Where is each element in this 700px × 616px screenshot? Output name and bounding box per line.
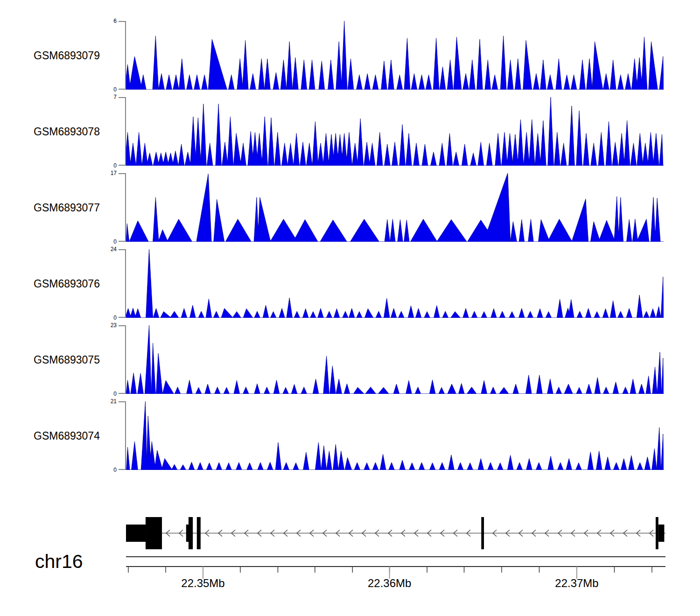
coverage-area <box>126 249 664 318</box>
yaxis-zero-value: 0 <box>96 162 117 169</box>
exon-utr-box <box>658 525 665 542</box>
yaxis-zero-value: 0 <box>96 238 117 245</box>
yaxis-max-value: 17 <box>96 170 117 176</box>
exon-cds-box <box>189 517 193 549</box>
coverage-area <box>126 173 664 242</box>
exon-utr-box <box>126 525 146 542</box>
coverage-signal <box>126 173 664 242</box>
yaxis-bottom-tick <box>119 241 126 242</box>
yaxis-max-value: 23 <box>96 322 117 329</box>
yaxis-max-value: 7 <box>96 94 117 100</box>
yaxis-zero-value: 0 <box>96 86 117 93</box>
yaxis-max-value: 6 <box>96 18 117 24</box>
coverage-area <box>126 325 664 394</box>
yaxis-bottom-tick <box>119 469 126 470</box>
coverage-area <box>126 21 664 90</box>
sample-label: GSM6893077 <box>34 202 100 214</box>
sample-label: GSM6893076 <box>34 278 100 290</box>
coverage-signal <box>126 249 664 318</box>
exon-cds-box <box>146 517 162 549</box>
sample-label: GSM6893075 <box>34 354 100 366</box>
yaxis-bottom-tick <box>119 393 126 394</box>
axis-tick-label: 22.37Mb <box>539 577 614 590</box>
yaxis-max-value: 24 <box>96 246 117 252</box>
exon-cds-box <box>197 517 201 549</box>
yaxis-bottom-tick <box>119 89 126 90</box>
yaxis-top-tick <box>119 97 126 98</box>
yaxis-zero-value: 0 <box>96 315 117 321</box>
coverage-signal <box>126 401 664 470</box>
axis-tick-label: 22.35Mb <box>166 577 240 590</box>
axis-tick-label: 22.36Mb <box>352 577 427 590</box>
yaxis-max-value: 21 <box>96 398 117 405</box>
sample-label: GSM6893078 <box>34 126 100 138</box>
sample-label: GSM6893079 <box>34 49 100 62</box>
coverage-area <box>126 401 664 470</box>
yaxis-top-tick <box>119 401 126 402</box>
coverage-area <box>126 97 664 166</box>
yaxis-bottom-tick <box>119 317 126 318</box>
yaxis-zero-value: 0 <box>96 391 117 397</box>
yaxis-top-tick <box>119 325 126 326</box>
exon-cds-box <box>656 517 658 549</box>
coverage-signal <box>126 21 664 90</box>
yaxis-zero-value: 0 <box>96 467 117 473</box>
yaxis-top-tick <box>119 21 126 22</box>
gene-model-track <box>126 513 667 555</box>
sample-label: GSM6893074 <box>34 430 100 442</box>
exon-cds-box <box>481 517 484 549</box>
coverage-signal <box>126 325 664 394</box>
genome-browser-figure: GSM6893079 6 0 GSM6893078 7 0 GSM6893077… <box>0 0 700 616</box>
yaxis-top-tick <box>119 173 126 174</box>
coverage-signal <box>126 97 664 166</box>
yaxis-top-tick <box>119 249 126 250</box>
chromosome-label: chr16 <box>35 551 83 573</box>
yaxis-bottom-tick <box>119 165 126 166</box>
